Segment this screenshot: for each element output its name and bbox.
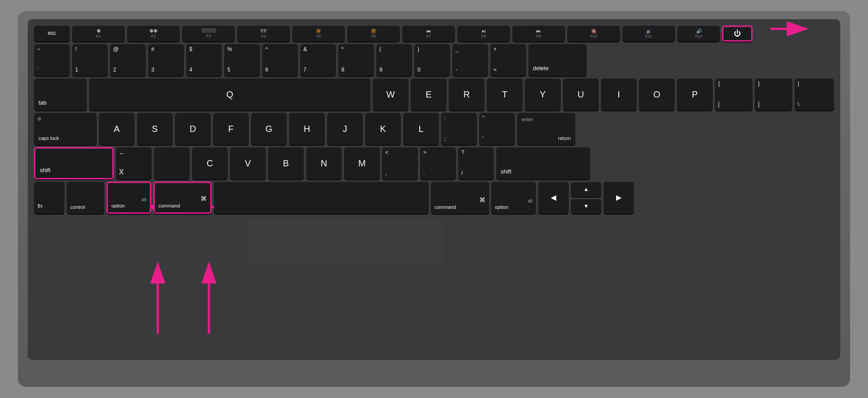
key-9[interactable]: ( 9 [376,44,412,76]
arrow-down-icon: ▼ [583,203,589,210]
key-space[interactable] [214,182,429,214]
key-r[interactable]: R [449,78,485,110]
f10-label: F10 [590,34,597,39]
key-power[interactable]: ⏻ [722,25,753,42]
key-backslash[interactable]: | \ [795,78,834,110]
key-f9[interactable]: ⏭ F9 [512,25,565,42]
key-3[interactable]: # 3 [148,44,184,76]
key-l[interactable]: L [403,113,439,145]
key-esc[interactable]: esc [34,25,70,42]
key-option-left[interactable]: alt option [106,182,151,214]
6-upper: ^ [265,46,295,53]
key-p[interactable]: P [677,78,713,110]
key-command-right[interactable]: ⌘ command [431,182,489,214]
key-0[interactable]: ) 0 [414,44,450,76]
key-f4[interactable]: ⠿⠿ F4 [237,25,290,42]
key-y[interactable]: Y [525,78,561,110]
key-w[interactable]: W [373,78,408,110]
key-q[interactable]: Q [89,78,370,110]
key-comma[interactable]: < , [382,147,418,179]
key-e[interactable]: E [411,78,447,110]
key-o[interactable]: O [639,78,675,110]
key-h[interactable]: H [289,113,325,145]
key-6[interactable]: ^ 6 [262,44,298,76]
key-f6[interactable]: 🔆 F6 [347,25,400,42]
key-caps-lock[interactable]: caps lock [34,113,97,145]
key-fn[interactable]: fn [34,182,64,214]
key-t[interactable]: T [487,78,523,110]
key-arrow-up[interactable]: ▲ [571,182,601,197]
key-f3[interactable]: ⬛⬛⬛ F3 [182,25,235,42]
key-period[interactable]: > . [420,147,456,179]
key-option-right[interactable]: alt option [491,182,536,214]
key-f10[interactable]: 🔇 F10 [567,25,620,42]
key-quote[interactable]: " ' [479,113,515,145]
key-b[interactable]: B [268,147,304,179]
key-arrow-left[interactable]: ◀ [538,182,569,214]
key-i[interactable]: I [601,78,637,110]
key-f5[interactable]: 🔅 F5 [292,25,345,42]
g-label: G [265,123,272,135]
key-j[interactable]: J [327,113,363,145]
minus-lower: - [455,67,485,74]
key-tilde[interactable]: ~ ` [34,44,70,76]
key-g[interactable]: G [251,113,287,145]
key-k[interactable]: K [365,113,401,145]
key-f7[interactable]: ⏮ F7 [402,25,455,42]
key-8[interactable]: * 8 [338,44,374,76]
key-z[interactable]: ← X [116,147,152,179]
key-delete[interactable]: delete [528,44,587,76]
key-semicolon[interactable]: : ; [441,113,477,145]
key-v[interactable]: V [230,147,266,179]
key-f11[interactable]: 🔉 F11 [622,25,675,42]
k-label: K [380,123,386,135]
key-control[interactable]: control [67,182,104,214]
key-f8[interactable]: ⏯ F8 [457,25,510,42]
7-lower: 7 [303,67,333,74]
key-s[interactable]: S [137,113,173,145]
key-4[interactable]: $ 4 [186,44,222,76]
key-tab[interactable]: tab [34,78,87,110]
key-5[interactable]: % 5 [224,44,260,76]
key-u[interactable]: U [563,78,599,110]
key-m[interactable]: M [344,147,380,179]
comma-upper: < [385,149,415,157]
key-n[interactable]: N [306,147,342,179]
key-rbracket[interactable]: } ] [755,78,792,110]
key-2[interactable]: @ 2 [110,44,146,76]
w-label: W [387,89,395,100]
key-f[interactable]: F [213,113,249,145]
key-shift-right[interactable]: shift [496,147,590,179]
key-command-left[interactable]: ⌘ command [153,182,212,214]
slash-upper: ? [461,149,491,157]
key-lbracket[interactable]: { [ [715,78,753,110]
key-f1[interactable]: ✻ F1 [72,25,125,42]
7-upper: & [303,46,333,53]
3-lower: 3 [151,67,181,74]
laptop-body: esc ✻ F1 ✻✻ F2 ⬛⬛⬛ F3 ⠿⠿ F4 🔅 F5 [18,11,850,387]
5-upper: % [227,46,257,53]
key-shift-left[interactable]: shift [34,147,114,179]
key-arrow-down[interactable]: ▼ [571,199,601,214]
key-c[interactable]: C [192,147,228,179]
key-minus[interactable]: _ - [452,44,488,76]
qwerty-row: tab Q W E R T Y U I O P { [ } ] [34,78,834,110]
key-arrow-right[interactable]: ▶ [604,182,634,214]
key-d[interactable]: D [175,113,211,145]
caps-lock-label: caps lock [38,135,59,141]
key-equals[interactable]: + = [490,44,526,76]
key-slash[interactable]: ? / [458,147,494,179]
key-a[interactable]: A [99,113,135,145]
f5-label: F5 [316,34,321,39]
key-f12[interactable]: 🔊 F12 [677,25,720,42]
trackpad[interactable] [247,218,443,263]
y-label: Y [540,89,545,100]
key-1[interactable]: ! 1 [72,44,108,76]
f4-label: F4 [261,34,266,39]
option-right-label: option [495,204,508,210]
key-x[interactable] [154,147,190,179]
key-7[interactable]: & 7 [300,44,336,76]
key-enter[interactable]: enter return [517,113,575,145]
key-f2[interactable]: ✻✻ F2 [127,25,180,42]
l-label: L [418,123,423,135]
